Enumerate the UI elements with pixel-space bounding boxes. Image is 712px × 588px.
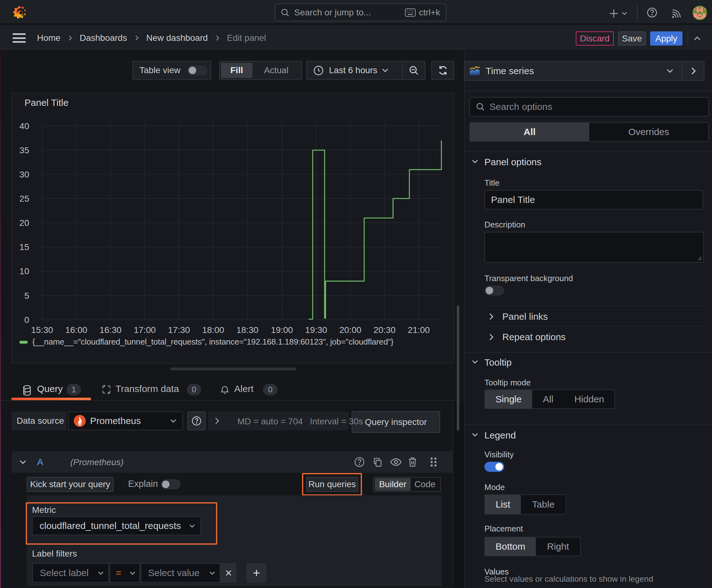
svg-text:18:30: 18:30 [236,325,258,335]
svg-text:30: 30 [19,170,29,180]
svg-text:20:30: 20:30 [373,325,395,335]
svg-text:16:00: 16:00 [65,325,87,335]
svg-text:19:00: 19:00 [271,325,293,335]
svg-text:17:30: 17:30 [168,325,190,335]
svg-text:20:00: 20:00 [339,325,361,335]
svg-text:21:00: 21:00 [408,325,430,335]
svg-text:18:00: 18:00 [202,325,224,335]
svg-text:17:00: 17:00 [134,325,156,335]
svg-text:5: 5 [24,291,29,300]
svg-text:16:30: 16:30 [100,325,122,335]
svg-text:15: 15 [19,242,29,252]
svg-text:25: 25 [19,194,29,204]
svg-text:20: 20 [19,218,29,228]
svg-text:19:30: 19:30 [305,325,327,335]
svg-text:0: 0 [24,315,29,325]
svg-text:35: 35 [19,145,29,155]
svg-text:15:30: 15:30 [31,325,53,335]
svg-text:40: 40 [19,121,29,131]
svg-text:10: 10 [19,266,29,276]
